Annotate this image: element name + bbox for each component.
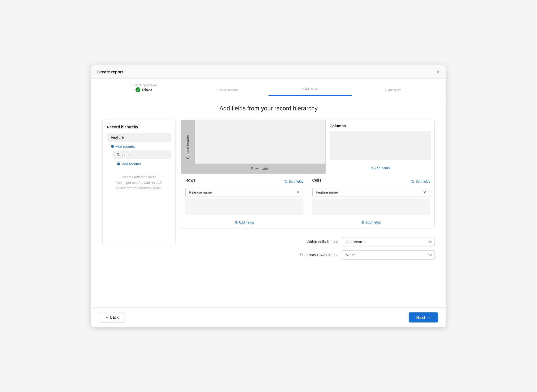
modal-title: Create report xyxy=(97,70,123,74)
within-cells-label: Within cells list as: xyxy=(278,240,338,244)
right-panels: Column header Row header Columns ⊕ Add f… xyxy=(181,120,435,260)
within-cells-row: Within cells list as: List records Count… xyxy=(278,237,435,246)
back-button[interactable]: ← Back xyxy=(99,312,125,322)
step-2[interactable]: 2: Select records xyxy=(185,88,268,96)
bottom-options: Within cells list as: List records Count… xyxy=(181,237,435,260)
plus-icon-release: ⊕ xyxy=(117,161,120,166)
rows-sort-label: Sort fields xyxy=(289,180,303,183)
step-4[interactable]: 4: Add filters xyxy=(352,88,435,96)
rows-sort-button[interactable]: ⇅ Sort fields xyxy=(284,179,303,184)
add-records-release[interactable]: ⊕ Add records xyxy=(113,160,171,168)
rows-panel: Rows ⇅ Sort fields Release name ✕ xyxy=(181,174,308,228)
modal-content: Add fields from your record hierarchy Re… xyxy=(91,96,446,307)
bottom-two-panels: Rows ⇅ Sort fields Release name ✕ xyxy=(181,174,435,228)
step-1[interactable]: 1: Select report layout ✓ Pivot xyxy=(102,83,185,96)
hierarchy-title: Record hierarchy xyxy=(107,125,171,129)
add-records-feature-label: Add records xyxy=(116,144,135,149)
modal-footer: ← Back Next → xyxy=(91,307,446,327)
step-1-sub: 1: Select report layout xyxy=(129,83,158,87)
center-top: Row header xyxy=(195,120,325,174)
hierarchy-note: Need a different field?You might need to… xyxy=(107,174,171,191)
cells-panel: Cells ⇅ Sort fields Feature name ✕ xyxy=(308,174,435,228)
steps-bar: 1: Select report layout ✓ Pivot 2: Selec… xyxy=(91,79,446,96)
back-label: ← Back xyxy=(105,315,119,319)
cells-field-chip: Feature name ✕ xyxy=(312,188,430,197)
cells-empty-area xyxy=(312,198,430,215)
step-2-sub: 2: Select records xyxy=(216,88,238,92)
close-button[interactable]: × xyxy=(436,69,440,74)
plus-icon-feature: ⊕ xyxy=(111,144,114,149)
column-header-label: Column header xyxy=(181,120,195,174)
rows-field-remove[interactable]: ✕ xyxy=(296,190,300,194)
cells-add-fields[interactable]: ⊕ Add fields xyxy=(312,217,430,224)
create-report-modal: Create report × 1: Select report layout … xyxy=(91,65,446,327)
step-1-label: Pivot xyxy=(142,88,152,92)
cells-field-remove[interactable]: ✕ xyxy=(423,190,427,194)
add-records-release-label: Add records xyxy=(122,162,141,166)
next-label: Next → xyxy=(416,315,430,320)
rows-title: Rows xyxy=(185,178,195,182)
rows-field-chip: Release name ✕ xyxy=(185,188,303,197)
step-4-sub: 4: Add filters xyxy=(385,88,402,92)
hierarchy-item-release: Release xyxy=(113,150,171,159)
step-3-sub: 3: Add fields xyxy=(302,88,318,91)
modal-header: Create report × xyxy=(91,65,446,79)
rows-field-name: Release name xyxy=(189,190,212,194)
center-empty-top xyxy=(195,120,325,164)
cells-sort-button[interactable]: ⇅ Sort fields xyxy=(411,179,430,184)
step-1-check-icon: ✓ xyxy=(135,87,140,92)
cells-add-fields-label: ⊕ Add fields xyxy=(361,220,381,224)
top-right-area: Column header Row header Columns ⊕ Add f… xyxy=(181,120,435,174)
summary-label: Summary row/column: xyxy=(278,253,338,257)
next-button[interactable]: Next → xyxy=(409,312,438,322)
step-3[interactable]: 3: Add fields xyxy=(268,88,352,96)
within-cells-select[interactable]: List records Count Sum xyxy=(342,237,435,246)
rows-empty-area xyxy=(185,198,303,215)
hierarchy-item-feature: Feature xyxy=(107,133,171,142)
add-records-feature[interactable]: ⊕ Add records xyxy=(107,142,171,150)
row-header-strip: Row header xyxy=(195,164,325,174)
sort-icon-cells: ⇅ xyxy=(411,179,414,184)
rows-add-fields[interactable]: ⊕ Add fields xyxy=(185,217,303,224)
cells-header-row: Cells ⇅ Sort fields xyxy=(312,178,430,185)
summary-row: Summary row/column: None Sum Average Cou… xyxy=(278,250,435,260)
rows-add-fields-label: ⊕ Add fields xyxy=(235,220,254,224)
hierarchy-sub-release: Release ⊕ Add records xyxy=(107,150,171,168)
columns-empty-area xyxy=(330,131,431,160)
cells-title: Cells xyxy=(312,178,321,182)
hierarchy-panel: Record hierarchy Feature ⊕ Add records R… xyxy=(102,120,176,245)
columns-title: Columns xyxy=(330,124,431,128)
summary-select[interactable]: None Sum Average Count xyxy=(342,250,435,260)
cells-field-name: Feature name xyxy=(316,190,338,194)
main-area: Record hierarchy Feature ⊕ Add records R… xyxy=(102,120,435,260)
columns-add-fields[interactable]: ⊕ Add fields xyxy=(330,163,431,170)
columns-add-fields-label: ⊕ Add fields xyxy=(370,166,390,170)
page-heading: Add fields from your record hierarchy xyxy=(102,105,435,112)
cells-sort-label: Sort fields xyxy=(416,180,430,183)
step-1-done-row: ✓ Pivot xyxy=(135,87,152,92)
columns-panel: Columns ⊕ Add fields xyxy=(325,120,435,174)
rows-header-row: Rows ⇅ Sort fields xyxy=(185,178,303,185)
sort-icon-rows: ⇅ xyxy=(284,179,287,184)
